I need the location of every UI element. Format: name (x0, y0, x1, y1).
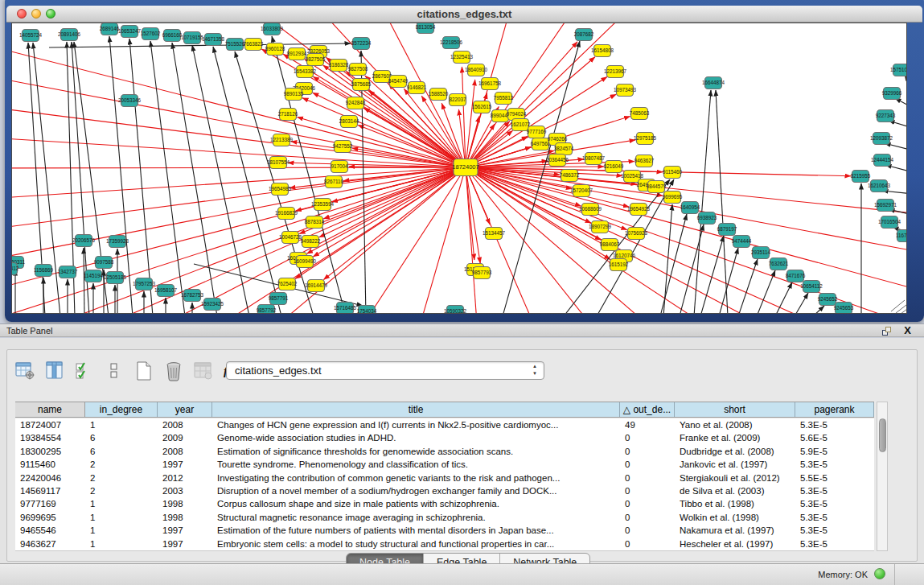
table-cell[interactable]: Tibbo et al. (1998) (675, 497, 795, 510)
table-cell[interactable]: 0 (620, 445, 675, 458)
table-cell[interactable]: 9463627 (15, 538, 85, 550)
table-cell[interactable]: 2003 (158, 484, 212, 497)
table-cell[interactable]: de Silva et al. (2003) (675, 484, 795, 497)
table-cell[interactable]: Estimation of significance thresholds fo… (212, 445, 620, 458)
table-cell[interactable]: Estimation of the future numbers of pati… (212, 524, 620, 537)
column-header-in-degree[interactable]: in_degree (85, 402, 158, 417)
row-height-icon[interactable] (103, 360, 125, 382)
table-cell[interactable]: 9465546 (15, 524, 85, 537)
table-cell[interactable]: 1998 (158, 511, 212, 524)
table-row[interactable]: 1456911722003Disruption of a novel membe… (15, 484, 874, 497)
select-checklist-icon[interactable] (73, 360, 96, 382)
table-cell[interactable]: Genome-wide association studies in ADHD. (212, 431, 620, 444)
table-cell[interactable]: Jankovic et al. (1997) (675, 458, 795, 471)
table-cell[interactable]: 22420046 (15, 472, 85, 484)
table-row[interactable]: 2242004622012Investigating the contribut… (15, 472, 874, 484)
table-cell[interactable]: 1997 (158, 524, 212, 537)
column-header-name[interactable]: name (15, 402, 85, 417)
table-cell[interactable]: 6 (85, 445, 158, 458)
table-cell[interactable]: 2008 (158, 418, 212, 431)
table-cell[interactable]: 14569117 (15, 484, 85, 497)
table-cell[interactable]: 5.3E-5 (795, 524, 874, 537)
table-cell[interactable]: 18300295 (15, 445, 85, 458)
table-cell[interactable]: 6 (85, 431, 158, 444)
table-cell[interactable]: 5.3E-5 (795, 458, 874, 471)
table-cell[interactable]: Dudbridge et al. (2008) (675, 445, 795, 458)
table-row[interactable]: 1830029562008Estimation of significance … (15, 445, 874, 458)
new-column-icon[interactable] (133, 360, 155, 382)
table-cell[interactable]: 0 (620, 431, 675, 444)
column-visibility-icon[interactable] (43, 360, 66, 382)
column-header-out-de-[interactable]: △ out_de... (620, 402, 675, 417)
table-settings-icon[interactable] (14, 360, 36, 382)
table-row[interactable]: 946554611997Estimation of the future num… (15, 524, 874, 537)
table-cell[interactable]: 2 (85, 484, 158, 497)
column-header-title[interactable]: title (212, 402, 620, 417)
table-cell[interactable]: 9699695 (15, 511, 85, 524)
table-cell[interactable]: Stergiakouli et al. (2012) (675, 472, 795, 484)
table-cell[interactable]: 5.3E-5 (795, 497, 874, 510)
table-cell[interactable]: 2009 (158, 431, 212, 444)
delete-trash-icon[interactable] (162, 360, 185, 382)
table-cell[interactable]: Nakamura et al. (1997) (675, 524, 795, 537)
table-cell[interactable]: 5.3E-5 (795, 484, 874, 497)
table-cell[interactable]: 1997 (158, 538, 212, 550)
table-row[interactable]: 977716911998Corpus callosum shape and si… (15, 497, 874, 510)
table-cell[interactable]: 0 (620, 472, 675, 484)
table-cell[interactable]: 5.3E-5 (795, 538, 874, 550)
network-canvas[interactable]: 1872400776638228960128891293423226053982… (11, 23, 907, 314)
scrollbar-thumb[interactable] (879, 418, 886, 452)
table-cell[interactable]: 5.3E-5 (795, 418, 874, 431)
table-cell[interactable]: Investigating the contribution of common… (212, 472, 620, 484)
table-row[interactable]: 969969511998Structural magnetic resonanc… (15, 511, 874, 524)
table-cell[interactable]: 1 (85, 538, 158, 550)
table-row[interactable]: 911546021997Tourette syndrome. Phenomeno… (15, 458, 874, 471)
table-cell[interactable]: Wolkin et al. (1998) (675, 511, 795, 524)
canvas-resize-grip-icon[interactable] (891, 300, 905, 311)
table-cell[interactable]: 2 (85, 458, 158, 471)
table-cell[interactable]: Hescheler et al. (1997) (675, 538, 795, 550)
table-cell[interactable]: 2012 (158, 472, 212, 484)
table-row[interactable]: 1872400712008Changes of HCN gene express… (15, 418, 874, 431)
close-panel-icon[interactable]: X (904, 324, 911, 336)
table-cell[interactable]: 2008 (158, 445, 212, 458)
table-cell[interactable]: 0 (620, 458, 675, 471)
float-panel-icon[interactable] (882, 327, 892, 336)
table-cell[interactable]: 1 (85, 497, 158, 510)
table-source-dropdown[interactable]: citations_edges.txt ▲▼ (226, 361, 544, 380)
table-vertical-scrollbar[interactable] (877, 402, 888, 551)
table-cell[interactable]: 9115460 (15, 458, 85, 471)
table-cell[interactable]: Yano et al. (2008) (675, 418, 795, 431)
table-cell[interactable]: 49 (620, 418, 675, 431)
table-cell[interactable]: Corpus callosum shape and size in male p… (212, 497, 620, 510)
table-cell[interactable]: 1998 (158, 497, 212, 510)
memory-status-indicator[interactable] (874, 568, 885, 579)
table-cell[interactable]: 0 (620, 538, 675, 550)
table-cell[interactable]: Franke et al. (2009) (675, 431, 795, 444)
table-cell[interactable]: 1 (85, 511, 158, 524)
column-header-short[interactable]: short (675, 402, 795, 417)
column-header-pagerank[interactable]: pagerank (795, 402, 874, 417)
table-cell[interactable]: 1 (85, 418, 158, 431)
table-cell[interactable]: 5.5E-5 (795, 472, 874, 484)
table-cell[interactable]: 18724007 (15, 418, 85, 431)
table-cell[interactable]: 1997 (158, 458, 212, 471)
table-cell[interactable]: 0 (620, 484, 675, 497)
table-cell[interactable]: 5.6E-5 (795, 431, 874, 444)
table-cell[interactable]: Embryonic stem cells: a model to study s… (212, 538, 620, 550)
table-cell[interactable]: 19384554 (15, 431, 85, 444)
table-cell[interactable]: 1 (85, 524, 158, 537)
table-cell[interactable]: Structural magnetic resonance image aver… (212, 511, 620, 524)
table-cell[interactable]: Changes of HCN gene expression and I(f) … (212, 418, 620, 431)
canvas-resize-grip-icon[interactable] (901, 309, 907, 314)
table-cell[interactable]: 0 (620, 497, 675, 510)
table-cell[interactable]: 5.9E-5 (795, 445, 874, 458)
table-cell[interactable]: Disruption of a novel member of a sodium… (212, 484, 620, 497)
table-cell[interactable]: 0 (620, 511, 675, 524)
column-header-year[interactable]: year (158, 402, 212, 417)
table-cell[interactable]: 0 (620, 524, 675, 537)
table-cell[interactable]: Tourette syndrome. Phenomenology and cla… (212, 458, 620, 471)
table-cell[interactable]: 5.3E-5 (795, 511, 874, 524)
table-cell[interactable]: 2 (85, 472, 158, 484)
table-row[interactable]: 946362711997Embryonic stem cells: a mode… (15, 538, 874, 550)
